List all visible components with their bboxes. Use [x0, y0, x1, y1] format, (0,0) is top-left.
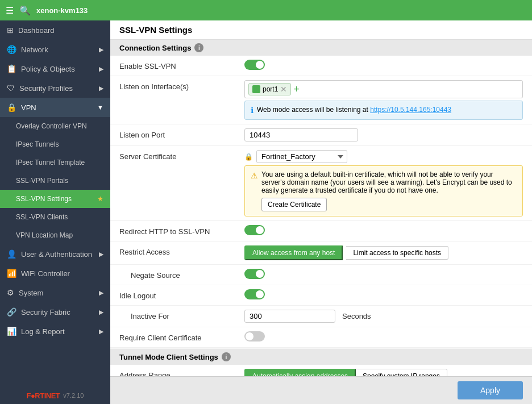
sidebar-item-wifi[interactable]: 📶 WiFi Controller [0, 264, 110, 283]
log-report-chevron: ▶ [99, 328, 103, 335]
sidebar-sub-ssl-portals[interactable]: SSL-VPN Portals [0, 172, 110, 190]
negate-source-toggle[interactable] [244, 269, 265, 279]
redirect-http-toggle[interactable] [244, 225, 265, 235]
server-cert-select[interactable]: Fortinet_Factory [256, 150, 347, 163]
interface-wrap: port1 ✕ + [244, 80, 523, 98]
allow-any-host-btn[interactable]: Allow access from any host [244, 245, 343, 260]
sidebar-item-policy[interactable]: 📋 Policy & Objects ▶ [0, 59, 110, 78]
sidebar-sub-vpn-map-label: VPN Location Map [16, 231, 73, 239]
sidebar-item-security-profiles[interactable]: 🛡 Security Profiles ▶ [0, 78, 110, 98]
redirect-http-value [244, 225, 523, 235]
tunnel-settings-info-icon[interactable]: i [222, 352, 231, 361]
idle-logout-toggle[interactable] [244, 289, 265, 299]
sidebar-item-network[interactable]: 🌐 Network ▶ [0, 40, 110, 59]
content-area: Connection Settings i Enable SSL-VPN Lis… [110, 40, 532, 376]
add-interface-btn[interactable]: + [293, 84, 300, 94]
sidebar-sub-ipsec-label: IPsec Tunnels [16, 140, 59, 148]
system-icon: ⚙ [7, 288, 14, 297]
log-report-icon: 📊 [7, 327, 16, 336]
network-icon: 🌐 [7, 45, 16, 54]
security-profiles-icon: 🛡 [7, 84, 15, 93]
sidebar-label-system: System [19, 289, 43, 297]
redirect-http-label: Redirect HTTP to SSL-VPN [119, 225, 244, 236]
require-client-cert-label: Require Client Certificate [119, 331, 244, 342]
sidebar-sub-ipsec[interactable]: IPsec Tunnels [0, 135, 110, 153]
require-client-cert-value [244, 331, 523, 341]
cert-icon: 🔒 [244, 153, 253, 161]
user-auth-icon: 👤 [7, 249, 16, 259]
tunnel-settings-header: Tunnel Mode Client Settings i [110, 349, 532, 365]
sidebar-sub-vpn-map[interactable]: VPN Location Map [0, 226, 110, 244]
info-box-text: Web mode access will be listening at htt… [257, 106, 451, 114]
idle-logout-value [244, 289, 523, 299]
security-fabric-icon: 🔗 [7, 307, 16, 316]
inactive-for-value: Seconds [244, 310, 523, 323]
version-bar: F●RTINET v7.2.10 [0, 387, 110, 404]
menu-icon[interactable]: ☰ [6, 5, 14, 16]
listen-port-input[interactable] [244, 128, 358, 141]
apply-button[interactable]: Apply [458, 381, 523, 399]
search-icon[interactable]: 🔍 [19, 5, 31, 16]
require-client-cert-toggle[interactable] [244, 331, 265, 341]
limit-specific-btn[interactable]: Limit access to specific hosts [346, 246, 448, 260]
security-profiles-chevron: ▶ [99, 85, 103, 92]
remove-interface-btn[interactable]: ✕ [280, 85, 287, 94]
idle-logout-row: Idle Logout [110, 285, 532, 306]
cert-warning-box: ⚠ You are using a default built-in certi… [244, 165, 523, 216]
enable-ssl-vpn-toggle[interactable] [244, 60, 265, 70]
server-cert-row: Server Certificate 🔒 Fortinet_Factory ⚠ [110, 146, 532, 221]
inactive-for-row: Inactive For Seconds [110, 306, 532, 327]
sidebar-sub-ssl-settings[interactable]: SSL-VPN Settings ★ [0, 190, 110, 208]
address-range-block: Automatically assign addresses Specify c… [244, 369, 523, 376]
network-chevron: ▶ [99, 46, 103, 53]
sidebar-item-system[interactable]: ⚙ System ▶ [0, 283, 110, 302]
sidebar-label-vpn: VPN [21, 103, 36, 112]
connection-settings-info-icon[interactable]: i [194, 43, 203, 52]
sidebar-sub-overlay-label: Overlay Controller VPN [16, 122, 87, 130]
sidebar-sub-ssl-settings-label: SSL-VPN Settings [16, 195, 72, 203]
interfaces-block: port1 ✕ + ℹ Web mode access will be list… [244, 80, 523, 120]
sidebar-item-user-auth[interactable]: 👤 User & Authentication ▶ [0, 244, 110, 264]
system-chevron: ▶ [99, 289, 103, 297]
idle-logout-label: Idle Logout [119, 289, 244, 300]
custom-ip-btn[interactable]: Specify custom IP ranges [356, 369, 447, 376]
enable-ssl-vpn-row: Enable SSL-VPN [110, 56, 532, 76]
sidebar-sub-ssl-clients[interactable]: SSL-VPN Clients [0, 208, 110, 226]
inactive-for-label: Inactive For [119, 310, 244, 320]
auto-assign-btn[interactable]: Automatically assign addresses [244, 369, 356, 376]
wifi-icon: 📶 [7, 269, 16, 278]
tunnel-settings-label: Tunnel Mode Client Settings [119, 353, 218, 361]
sidebar-item-dashboard[interactable]: ⊞ Dashboard [0, 20, 110, 40]
restrict-access-value: Allow access from any host Limit access … [244, 245, 523, 260]
listen-port-value [244, 128, 523, 141]
sidebar-label-log-report: Log & Report [21, 327, 65, 336]
server-cert-label: Server Certificate [119, 150, 244, 161]
version-label: v7.2.10 [63, 392, 84, 399]
listen-interfaces-label: Listen on Interface(s) [119, 80, 244, 91]
sidebar-label-dashboard: Dashboard [18, 26, 55, 35]
sidebar-sub-ipsec-template[interactable]: IPsec Tunnel Template [0, 153, 110, 172]
create-cert-button[interactable]: Create Certificate [261, 198, 327, 211]
hostname: xenon-kvm133 [36, 6, 526, 15]
inactive-for-input[interactable] [244, 310, 335, 323]
listen-interfaces-value: port1 ✕ + ℹ Web mode access will be list… [244, 80, 523, 120]
sidebar-sub-overlay[interactable]: Overlay Controller VPN [0, 117, 110, 135]
sidebar-item-vpn[interactable]: 🔒 VPN ▼ [0, 98, 110, 117]
cert-block: 🔒 Fortinet_Factory ⚠ You are using a def… [244, 150, 523, 216]
sidebar-label-wifi: WiFi Controller [21, 269, 70, 278]
user-auth-chevron: ▶ [99, 251, 103, 258]
sidebar-item-security-fabric[interactable]: 🔗 Security Fabric ▶ [0, 302, 110, 322]
cert-warning-content: You are using a default built-in certifi… [261, 170, 517, 211]
info-box-icon: ℹ [251, 106, 253, 115]
require-client-cert-row: Require Client Certificate [110, 327, 532, 348]
fortinet-logo: F●RTINET [27, 391, 60, 400]
seconds-label: Seconds [342, 312, 371, 320]
listen-interfaces-row: Listen on Interface(s) port1 ✕ + [110, 76, 532, 124]
sidebar-label-policy: Policy & Objects [21, 65, 75, 73]
apply-bar: Apply [110, 376, 532, 404]
info-link[interactable]: https://10.5.144.165:10443 [370, 106, 451, 114]
sidebar-sub-ipsec-template-label: IPsec Tunnel Template [16, 159, 85, 166]
sidebar-sub-ssl-clients-label: SSL-VPN Clients [16, 213, 68, 221]
server-cert-value: 🔒 Fortinet_Factory ⚠ You are using a def… [244, 150, 523, 216]
sidebar-item-log-report[interactable]: 📊 Log & Report ▶ [0, 322, 110, 341]
